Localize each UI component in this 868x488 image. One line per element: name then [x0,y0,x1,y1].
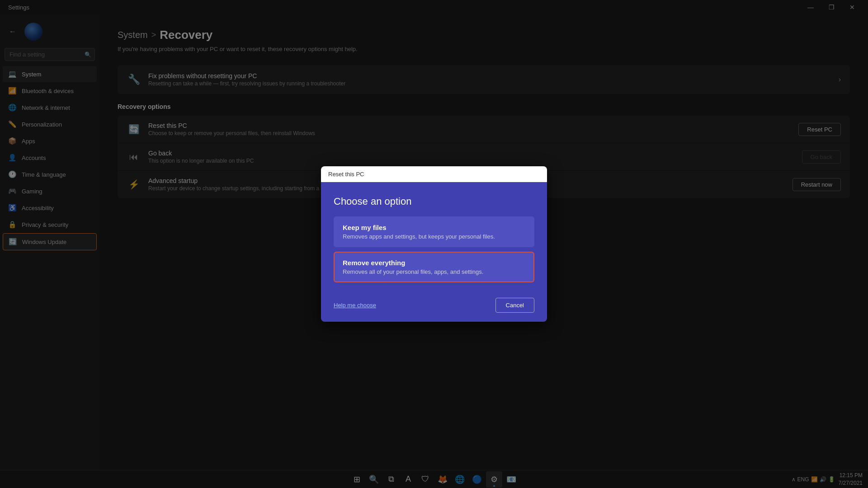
modal-option-desc-keep_files: Removes apps and settings, but keeps you… [343,233,525,240]
modal-options: Keep my files Removes apps and settings,… [334,216,534,282]
modal-title: Choose an option [334,196,534,207]
modal-option-remove_everything[interactable]: Remove everything Removes all of your pe… [334,252,534,282]
help-me-choose-link[interactable]: Help me choose [334,302,376,309]
modal-header: Reset this PC [321,166,547,182]
modal-body: Choose an option Keep my files Removes a… [321,182,547,298]
modal-header-title: Reset this PC [328,171,364,178]
modal-option-title-remove_everything: Remove everything [343,259,525,267]
modal-option-title-keep_files: Keep my files [343,224,525,231]
modal-overlay: Reset this PC Choose an option Keep my f… [0,0,868,488]
reset-pc-modal: Reset this PC Choose an option Keep my f… [321,166,547,322]
modal-option-desc-remove_everything: Removes all of your personal files, apps… [343,268,525,275]
modal-footer: Help me choose Cancel [321,298,547,322]
cancel-button[interactable]: Cancel [495,298,534,313]
modal-option-keep_files[interactable]: Keep my files Removes apps and settings,… [334,216,534,247]
